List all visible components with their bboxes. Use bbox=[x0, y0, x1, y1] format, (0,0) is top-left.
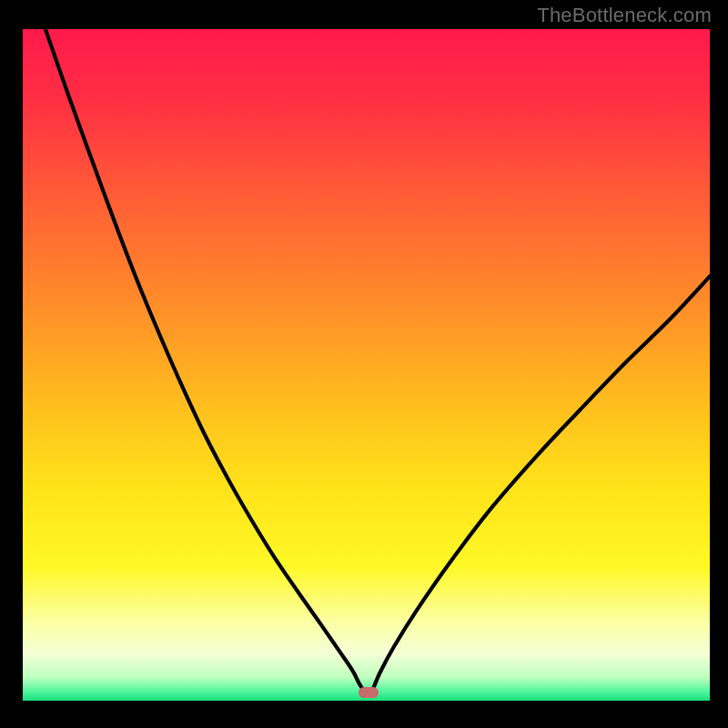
watermark-text: TheBottleneck.com bbox=[537, 4, 712, 27]
chart-frame: TheBottleneck.com bbox=[0, 0, 728, 728]
plot-area bbox=[23, 29, 710, 701]
optimum-marker bbox=[359, 687, 379, 698]
background-gradient bbox=[23, 29, 710, 701]
svg-rect-0 bbox=[23, 29, 710, 701]
